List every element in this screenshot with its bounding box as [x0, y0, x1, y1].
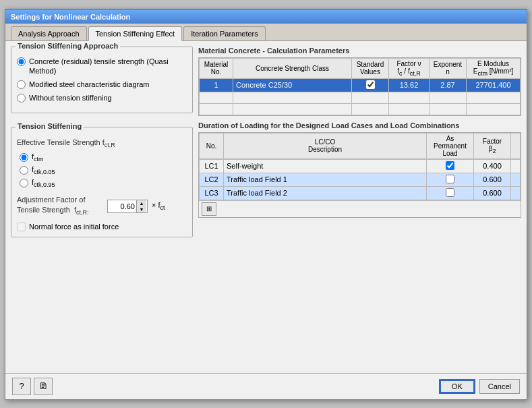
- th-lc-desc: LC/CODescription: [224, 133, 427, 158]
- loading-section: Duration of Loading for the Designed Loa…: [198, 121, 521, 218]
- normal-force-row: Normal force as initial force: [17, 223, 187, 231]
- cell-lc2-scroll: [511, 173, 521, 186]
- adjustment-row: Adjustment Factor ofTensile Strength fct…: [17, 195, 187, 216]
- th-exponent: Exponentn: [430, 58, 467, 78]
- load-table-wrapper: No. LC/CODescription AsPermanent Load Fa…: [198, 132, 521, 218]
- approach-group: Tension Stiffening Approach Concrete (re…: [11, 47, 193, 113]
- left-panel: Tension Stiffening Approach Concrete (re…: [11, 47, 193, 368]
- cell-factor: 13.62: [389, 78, 430, 92]
- normal-force-checkbox[interactable]: [17, 223, 26, 231]
- table-row[interactable]: LC1 Self-weight 0.400: [200, 159, 521, 173]
- loading-data-table: LC1 Self-weight 0.400 LC2 Traffic load F…: [199, 159, 521, 200]
- radio-fctk005[interactable]: [20, 166, 28, 175]
- radio-concrete-residual[interactable]: [17, 57, 26, 66]
- cell-lc3-no: LC3: [200, 186, 224, 200]
- table-row[interactable]: LC3 Traffic load Field 2 0.600: [200, 186, 521, 200]
- cell-lc3-scroll: [511, 186, 521, 200]
- right-panel: Material Concrete - Calculation Paramete…: [198, 47, 521, 368]
- eff-tensile-label: Effective Tensile Strength fct,R: [17, 138, 187, 148]
- th-scroll: [511, 133, 521, 158]
- tab-bar: Analysis Approach Tension Stiffening Eff…: [5, 24, 527, 41]
- title-bar: Settings for Nonlinear Calculation: [5, 10, 527, 24]
- tab-tension[interactable]: Tension Stiffening Effect: [88, 26, 183, 41]
- loading-table-scroll[interactable]: LC1 Self-weight 0.400 LC2 Traffic load F…: [199, 159, 521, 200]
- cell-lc3-factor: 0.600: [474, 186, 511, 200]
- radio-modified-steel[interactable]: [17, 80, 26, 89]
- material-table-wrapper: MaterialNo. Concrete Strength Class Stan…: [198, 57, 521, 116]
- table-row-empty2: [200, 103, 521, 115]
- spinner-buttons: ▲ ▼: [136, 200, 146, 212]
- cell-emodulus: 27701.400: [467, 78, 521, 92]
- help-icon: ?: [19, 381, 24, 391]
- cell-lc1-scroll: [511, 159, 521, 173]
- dialog-title: Settings for Nonlinear Calculation: [11, 13, 130, 21]
- tab-iteration[interactable]: Iteration Parameters: [183, 26, 266, 40]
- loading-title: Duration of Loading for the Designed Loa…: [198, 121, 521, 129]
- cell-strength-class: Concrete C25/30: [233, 78, 352, 92]
- cell-lc3-desc: Traffic load Field 2: [224, 186, 427, 200]
- tab-analysis[interactable]: Analysis Approach: [11, 26, 87, 40]
- table-row-empty1: [200, 92, 521, 103]
- help-button[interactable]: ?: [12, 378, 31, 395]
- option-without-stiffening-label: Without tension stiffening: [29, 93, 112, 103]
- spin-down[interactable]: ▼: [137, 206, 146, 212]
- cell-lc1-factor: 0.400: [474, 159, 511, 173]
- cancel-button[interactable]: Cancel: [479, 379, 520, 394]
- label-fctk095: fctk,0.95: [32, 178, 55, 188]
- label-fctk005: fctk,0.05: [32, 165, 55, 175]
- radio-fctk005-row: fctk,0.05: [20, 165, 187, 175]
- cell-lc2-desc: Traffic load Field 1: [224, 173, 427, 186]
- th-permanent: AsPermanent Load: [427, 133, 474, 158]
- info-button[interactable]: 🖹: [34, 378, 53, 395]
- table-row[interactable]: 1 Concrete C25/30 13.62 2.87 27701.400: [200, 78, 521, 92]
- th-lc-no: No.: [200, 133, 224, 158]
- option-concrete-residual[interactable]: Concrete (residual) tensile strength (Qu…: [17, 57, 187, 76]
- table-row[interactable]: LC2 Traffic load Field 1 0.600: [200, 173, 521, 186]
- material-table: MaterialNo. Concrete Strength Class Stan…: [199, 58, 521, 115]
- option-modified-steel-label: Modified steel characteristic diagram: [29, 80, 150, 89]
- option-concrete-residual-label: Concrete (residual) tensile strength (Qu…: [29, 57, 187, 76]
- cell-standard[interactable]: [352, 78, 389, 92]
- cell-lc1-no: LC1: [200, 159, 224, 173]
- ok-button[interactable]: OK: [439, 379, 475, 394]
- normal-force-label: Normal force as initial force: [29, 223, 119, 231]
- toolbar-icon-btn[interactable]: ⊞: [202, 202, 216, 216]
- radio-fctm[interactable]: [20, 153, 28, 162]
- option-without-stiffening[interactable]: Without tension stiffening: [17, 93, 187, 103]
- stiffening-group: Tension Stiffening Effective Tensile Str…: [11, 127, 193, 237]
- loading-table: No. LC/CODescription AsPermanent Load Fa…: [199, 133, 521, 159]
- th-beta2: Factorβ2: [474, 133, 511, 158]
- adjustment-spinner[interactable]: ▲ ▼: [107, 200, 148, 213]
- radio-fctk095-row: fctk,0.95: [20, 178, 187, 188]
- bottom-left-buttons: ? 🖹: [12, 378, 53, 395]
- radio-without-stiffening[interactable]: [17, 94, 26, 103]
- bottom-right-buttons: OK Cancel: [439, 379, 520, 394]
- th-standard: StandardValues: [352, 58, 389, 78]
- adjustment-value[interactable]: [108, 202, 136, 211]
- th-emodulus: E ModulusEctm [N/mm²]: [467, 58, 521, 78]
- table-toolbar: ⊞: [199, 200, 521, 217]
- cell-lc2-no: LC2: [200, 173, 224, 186]
- spin-up[interactable]: ▲: [137, 200, 146, 206]
- cell-exponent: 2.87: [430, 78, 467, 92]
- cell-mat-no: 1: [200, 78, 233, 92]
- bottom-bar: ? 🖹 OK Cancel: [5, 373, 527, 399]
- stiffening-group-label: Tension Stiffening: [16, 122, 84, 130]
- info-icon: 🖹: [39, 381, 48, 391]
- material-title: Material Concrete - Calculation Paramete…: [198, 47, 521, 55]
- th-strength-class: Concrete Strength Class: [233, 58, 352, 78]
- radio-fctk095[interactable]: [20, 179, 28, 187]
- cell-lc1-permanent[interactable]: [427, 159, 474, 173]
- approach-group-label: Tension Stiffening Approach: [16, 42, 120, 50]
- radio-fctm-row: fctm: [20, 152, 187, 163]
- th-factor: Factor νfc / fct,R: [389, 58, 430, 78]
- option-modified-steel[interactable]: Modified steel characteristic diagram: [17, 80, 187, 89]
- cell-lc3-permanent[interactable]: [427, 186, 474, 200]
- content-area: Tension Stiffening Approach Concrete (re…: [5, 41, 527, 373]
- dialog-window: Settings for Nonlinear Calculation Analy…: [5, 9, 527, 400]
- xfct-label: × fct: [152, 201, 165, 211]
- th-mat-no: MaterialNo.: [200, 58, 233, 78]
- material-section: Material Concrete - Calculation Paramete…: [198, 47, 521, 116]
- cell-lc1-desc: Self-weight: [224, 159, 427, 173]
- cell-lc2-permanent[interactable]: [427, 173, 474, 186]
